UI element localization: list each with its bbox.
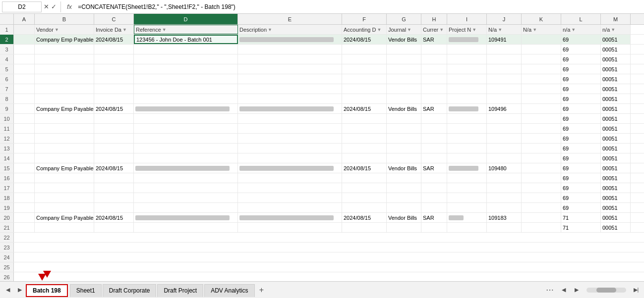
cell-C4[interactable] bbox=[94, 54, 134, 64]
col-header-F[interactable]: F bbox=[342, 14, 387, 24]
scrollbar-thumb[interactable] bbox=[596, 288, 616, 293]
cell-L3[interactable]: 69 bbox=[561, 45, 601, 54]
cell-M2[interactable]: 00051 bbox=[601, 35, 631, 44]
scroll-left-button[interactable]: ◀ bbox=[558, 284, 570, 296]
tab-options-button[interactable]: ⋯ bbox=[546, 285, 554, 295]
cell-B2[interactable]: Company Emp Payables bbox=[35, 35, 94, 44]
cell-E3[interactable] bbox=[238, 45, 342, 54]
cell-C5[interactable] bbox=[94, 64, 134, 74]
cell-H3[interactable] bbox=[421, 45, 447, 54]
cell-M5[interactable]: 00051 bbox=[601, 64, 631, 74]
col-header-I[interactable]: I bbox=[447, 14, 487, 24]
tab-draft-corporate[interactable]: Draft Corporate bbox=[103, 284, 157, 297]
cell-L5[interactable]: 69 bbox=[561, 64, 601, 74]
cell-F1[interactable]: Accounting D ▼ bbox=[342, 25, 387, 34]
col-header-J[interactable]: J bbox=[487, 14, 522, 24]
cell-G4[interactable] bbox=[387, 54, 421, 64]
tab-adv-analytics[interactable]: ADV Analytics bbox=[204, 284, 254, 297]
formula-input[interactable] bbox=[76, 1, 642, 12]
cell-L1[interactable]: n/a ▼ bbox=[561, 25, 601, 34]
cell-G1[interactable]: Journal ▼ bbox=[387, 25, 421, 34]
confirm-icon[interactable]: ✓ bbox=[51, 3, 57, 10]
tab-sheet1[interactable]: Sheet1 bbox=[70, 284, 102, 297]
cell-B3[interactable] bbox=[35, 45, 94, 54]
tab-nav-next[interactable]: ▶ bbox=[14, 284, 26, 296]
cell-E1[interactable]: Description ▼ bbox=[238, 25, 342, 34]
cell-A2[interactable] bbox=[14, 35, 35, 44]
cell-I4[interactable] bbox=[447, 54, 487, 64]
cell-I3[interactable] bbox=[447, 45, 487, 54]
scroll-end-button[interactable]: ▶| bbox=[630, 284, 642, 296]
cell-B4[interactable] bbox=[35, 54, 94, 64]
cell-M4[interactable]: 00051 bbox=[601, 54, 631, 64]
cell-J2[interactable]: 109491 bbox=[487, 35, 522, 44]
cell-D5[interactable] bbox=[134, 64, 238, 74]
col-header-H[interactable]: H bbox=[421, 14, 447, 24]
cell-B1[interactable]: Vendor ▼ bbox=[35, 25, 94, 34]
cell-K5[interactable] bbox=[522, 64, 561, 74]
table-row: 25 bbox=[0, 262, 644, 272]
cell-F2[interactable]: 2024/08/15 bbox=[342, 35, 387, 44]
cell-C3[interactable] bbox=[94, 45, 134, 54]
cell-K2[interactable] bbox=[522, 35, 561, 44]
cell-M3[interactable]: 00051 bbox=[601, 45, 631, 54]
tab-batch198[interactable]: Batch 198 bbox=[26, 284, 68, 297]
cell-F5[interactable] bbox=[342, 64, 387, 74]
col-header-C[interactable]: C bbox=[94, 14, 134, 24]
cell-J4[interactable] bbox=[487, 54, 522, 64]
col-header-G[interactable]: G bbox=[387, 14, 421, 24]
cell-H2[interactable]: SAR bbox=[421, 35, 447, 44]
table-row: 12 6900051 bbox=[0, 134, 644, 144]
col-header-D[interactable]: D bbox=[134, 14, 238, 24]
cell-A4[interactable] bbox=[14, 54, 35, 64]
cell-I5[interactable] bbox=[447, 64, 487, 74]
cell-A1[interactable] bbox=[14, 25, 35, 34]
cell-L2[interactable]: 69 bbox=[561, 35, 601, 44]
col-header-L[interactable]: L bbox=[561, 14, 601, 24]
cell-I2[interactable] bbox=[447, 35, 487, 44]
cell-reference[interactable] bbox=[2, 1, 42, 12]
cell-H5[interactable] bbox=[421, 64, 447, 74]
cell-J3[interactable] bbox=[487, 45, 522, 54]
cell-G2[interactable]: Vendor Bills bbox=[387, 35, 421, 44]
cell-C2[interactable]: 2024/08/15 bbox=[94, 35, 134, 44]
col-header-M[interactable]: M bbox=[601, 14, 631, 24]
cell-G3[interactable] bbox=[387, 45, 421, 54]
col-header-K[interactable]: K bbox=[522, 14, 561, 24]
cell-E4[interactable] bbox=[238, 54, 342, 64]
cancel-icon[interactable]: ✕ bbox=[44, 3, 49, 10]
cell-J5[interactable] bbox=[487, 64, 522, 74]
cell-J1[interactable]: N/a ▼ bbox=[487, 25, 522, 34]
table-row: 11 6900051 bbox=[0, 124, 644, 134]
cell-K4[interactable] bbox=[522, 54, 561, 64]
table-row: 20 Company Emp Payables 2024/08/15 2024/… bbox=[0, 213, 644, 223]
cell-C1[interactable]: Invoice Da ▼ bbox=[94, 25, 134, 34]
cell-A5[interactable] bbox=[14, 64, 35, 74]
cell-F3[interactable] bbox=[342, 45, 387, 54]
cell-I1[interactable]: Project N ▼ bbox=[447, 25, 487, 34]
cell-K3[interactable] bbox=[522, 45, 561, 54]
cell-E2[interactable] bbox=[238, 35, 342, 44]
cell-D1[interactable]: Reference ▼ bbox=[134, 25, 238, 34]
cell-F4[interactable] bbox=[342, 54, 387, 64]
cell-B5[interactable] bbox=[35, 64, 94, 74]
cell-H1[interactable]: Currer ▼ bbox=[421, 25, 447, 34]
cell-M1[interactable]: n/a ▼ bbox=[601, 25, 631, 34]
col-header-B[interactable]: B bbox=[35, 14, 94, 24]
cell-D2[interactable]: 123456 - John Doe - Batch 001 bbox=[134, 35, 238, 44]
cell-D4[interactable] bbox=[134, 54, 238, 64]
horizontal-scrollbar[interactable] bbox=[586, 288, 626, 293]
cell-H4[interactable] bbox=[421, 54, 447, 64]
tab-draft-project[interactable]: Draft Project bbox=[157, 284, 203, 297]
cell-L4[interactable]: 69 bbox=[561, 54, 601, 64]
cell-K1[interactable]: N/a ▼ bbox=[522, 25, 561, 34]
tab-nav-prev[interactable]: ◀ bbox=[2, 284, 14, 296]
add-sheet-button[interactable]: + bbox=[256, 284, 268, 296]
col-header-A[interactable]: A bbox=[14, 14, 35, 24]
scroll-right-button[interactable]: ▶ bbox=[571, 284, 583, 296]
cell-A3[interactable] bbox=[14, 45, 35, 54]
cell-D3[interactable] bbox=[134, 45, 238, 54]
col-header-E[interactable]: E bbox=[238, 14, 342, 24]
cell-E5[interactable] bbox=[238, 64, 342, 74]
cell-G5[interactable] bbox=[387, 64, 421, 74]
